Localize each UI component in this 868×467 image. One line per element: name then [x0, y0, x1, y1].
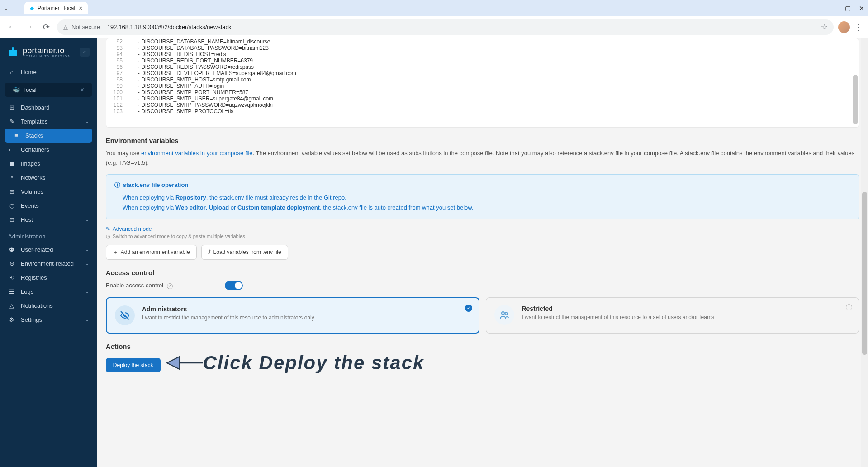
chevron-down-icon: ⌄: [85, 289, 89, 294]
nav-icon: ⊟: [8, 188, 15, 195]
line-content: - DISCOURSE_REDIS_PASSWORD=redispass: [129, 64, 254, 70]
nav-home[interactable]: ⌂ Home: [0, 65, 97, 79]
nav-label: Environment-related: [21, 260, 74, 267]
close-window-icon[interactable]: ✕: [859, 5, 864, 12]
sidebar-item-registries[interactable]: ⟲Registries: [0, 271, 97, 285]
svg-rect-1: [12, 47, 14, 50]
profile-avatar[interactable]: [838, 21, 850, 33]
admin-section-label: Administration: [0, 227, 97, 243]
sidebar-item-images[interactable]: ≣Images: [0, 157, 97, 171]
line-content: - DISCOURSE_SMTP_PROTOCOL=tls: [129, 108, 234, 114]
sidebar-item-user-related[interactable]: ⚉User-related⌄: [0, 243, 97, 257]
advanced-mode-link[interactable]: ✎ Advanced mode: [106, 226, 859, 232]
code-line: 92 - DISCOURSE_DATABASE_NAME=bitnami_dis…: [106, 38, 859, 45]
line-content: - DISCOURSE_SMTP_PORT_NUMBER=587: [129, 89, 248, 95]
nav-icon: ⟲: [8, 274, 15, 281]
maximize-icon[interactable]: ▢: [845, 5, 851, 12]
code-line: 102 - DISCOURSE_SMTP_PASSWORD=aqzwzvqphn…: [106, 102, 859, 108]
chevron-down-icon[interactable]: ⌄: [4, 5, 8, 11]
browser-tab[interactable]: ◆ Portainer | local ×: [24, 2, 88, 14]
window-controls: — ▢ ✕: [830, 5, 864, 12]
env-vars-title: Environment variables: [106, 137, 859, 144]
back-button[interactable]: ←: [5, 22, 18, 32]
brand-name: portainer.io: [23, 46, 71, 56]
opt-restricted-title: Restricted: [522, 305, 714, 312]
browser-tab-bar: ⌄ ◆ Portainer | local × — ▢ ✕: [0, 0, 868, 16]
bookmark-icon[interactable]: ☆: [821, 23, 827, 31]
menu-dots-icon[interactable]: ⋮: [854, 22, 863, 32]
collapse-sidebar-button[interactable]: «: [80, 48, 90, 57]
page-scrollbar-track[interactable]: [861, 38, 868, 467]
code-line: 96 - DISCOURSE_REDIS_PASSWORD=redispass: [106, 64, 859, 70]
line-number: 99: [106, 83, 129, 89]
close-icon[interactable]: ×: [79, 5, 82, 12]
access-option-restricted[interactable]: Restricted I want to restrict the manage…: [486, 297, 859, 334]
url-text: 192.168.1.18:9000/#!/2/docker/stacks/new…: [107, 24, 232, 30]
env-vars-link[interactable]: environment variables in your compose fi…: [141, 150, 252, 157]
svg-point-2: [502, 312, 504, 315]
line-content: - DISCOURSE_DATABASE_NAME=bitnami_discou…: [129, 38, 270, 45]
line-content: - DISCOURSE_SMTP_USER=supergate84@gmail.…: [129, 95, 273, 102]
nav-label: Volumes: [21, 188, 43, 195]
line-content: - DISCOURSE_SMTP_PASSWORD=aqzwzvqphnocjk…: [129, 102, 273, 108]
url-box[interactable]: △ Not secure 192.168.1.18:9000/#!/2/dock…: [57, 19, 834, 35]
load-env-file-button[interactable]: ⤴ Load variables from .env file: [201, 245, 288, 260]
sidebar-item-environment-related[interactable]: ⊖Environment-related⌄: [0, 257, 97, 271]
env-close-icon[interactable]: ✕: [80, 87, 84, 93]
sidebar-item-notifications[interactable]: △Notifications: [0, 299, 97, 313]
deploy-stack-button[interactable]: Deploy the stack: [106, 358, 161, 372]
nav-icon: ☰: [8, 288, 15, 295]
opt-admins-desc: I want to restrict the management of thi…: [142, 315, 314, 321]
annotation: Click Deploy the stack: [161, 350, 425, 376]
info-title: ⓘ stack.env file operation: [114, 181, 850, 189]
nav-icon: ⊖: [8, 260, 15, 267]
line-content: - DISCOURSE_DEVELOPER_EMAILS=supergate84…: [129, 70, 296, 76]
sidebar-item-networks[interactable]: ⚬Networks: [0, 171, 97, 185]
env-selector[interactable]: 🐳 local ✕: [5, 83, 92, 97]
sidebar-item-dashboard[interactable]: ⊞Dashboard: [0, 100, 97, 114]
sidebar-item-stacks[interactable]: ≡Stacks: [5, 129, 92, 143]
docker-icon: 🐳: [13, 86, 20, 93]
security-label: Not secure: [71, 24, 100, 30]
access-control-title: Access control: [106, 269, 859, 276]
sidebar-item-containers[interactable]: ▭Containers: [0, 143, 97, 157]
toggle-knob: [235, 282, 242, 289]
nav-icon: ⊞: [8, 104, 15, 111]
code-line: 98 - DISCOURSE_SMTP_HOST=smtp.gmail.com: [106, 76, 859, 83]
access-option-admins[interactable]: Administrators I want to restrict the ma…: [106, 297, 480, 334]
nav-label: Dashboard: [21, 104, 50, 111]
page-scrollbar-thumb[interactable]: [862, 192, 867, 355]
logo[interactable]: portainer.io COMMUNITY EDITION «: [0, 42, 97, 65]
brand-edition: COMMUNITY EDITION: [23, 55, 71, 58]
env-name: local: [24, 86, 37, 93]
access-toggle[interactable]: [225, 281, 243, 290]
reload-button[interactable]: ⟳: [40, 22, 52, 32]
sidebar-item-settings[interactable]: ⚙Settings⌄: [0, 313, 97, 327]
sidebar-item-templates[interactable]: ✎Templates⌄: [0, 114, 97, 129]
svg-point-3: [505, 312, 508, 315]
line-number: 102: [106, 102, 129, 108]
security-icon: △: [63, 24, 68, 30]
nav-icon: ▭: [8, 146, 15, 153]
add-env-var-button[interactable]: ＋ Add an environment variable: [106, 245, 197, 260]
editor-scrollbar[interactable]: [853, 75, 858, 124]
nav-icon: ✎: [8, 118, 15, 125]
nav-label: Settings: [21, 316, 42, 323]
line-number: 97: [106, 70, 129, 76]
code-line: 100 - DISCOURSE_SMTP_PORT_NUMBER=587: [106, 89, 859, 95]
line-content: - DISCOURSE_REDIS_HOST=redis: [129, 51, 226, 57]
help-icon[interactable]: ?: [167, 283, 173, 289]
code-editor[interactable]: 92 - DISCOURSE_DATABASE_NAME=bitnami_dis…: [106, 38, 859, 128]
users-icon: [494, 305, 514, 325]
plus-icon: ＋: [113, 248, 118, 256]
nav-label: User-related: [21, 246, 53, 253]
line-content: - DISCOURSE_DATABASE_PASSWORD=bitnami123: [129, 45, 269, 51]
info-line-2: When deploying via Web editor, Upload or…: [114, 203, 850, 213]
sidebar-item-host[interactable]: ⊡Host⌄: [0, 213, 97, 227]
line-content: - DISCOURSE_REDIS_PORT_NUMBER=6379: [129, 57, 253, 64]
nav-label: Stacks: [25, 132, 43, 139]
sidebar-item-events[interactable]: ◷Events: [0, 199, 97, 213]
minimize-icon[interactable]: —: [830, 5, 837, 12]
sidebar-item-logs[interactable]: ☰Logs⌄: [0, 285, 97, 299]
sidebar-item-volumes[interactable]: ⊟Volumes: [0, 185, 97, 199]
